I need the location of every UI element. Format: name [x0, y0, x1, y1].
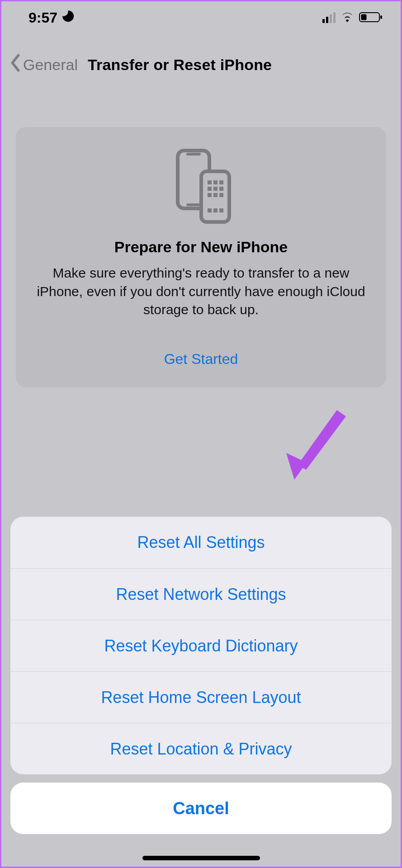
- do-not-disturb-icon: [61, 9, 75, 26]
- cancel-button[interactable]: Cancel: [10, 783, 392, 834]
- page-title: Transfer or Reset iPhone: [88, 56, 272, 74]
- svg-rect-11: [208, 187, 212, 191]
- reset-network-settings-button[interactable]: Reset Network Settings: [10, 568, 392, 620]
- reset-options-group: Reset All Settings Reset Network Setting…: [10, 517, 392, 774]
- back-button[interactable]: General: [9, 54, 78, 75]
- reset-action-sheet: Reset All Settings Reset Network Setting…: [10, 517, 392, 834]
- reset-location-privacy-button[interactable]: Reset Location & Privacy: [10, 723, 392, 774]
- screen: 9:57 General Transfer or Reset iPhone: [0, 0, 402, 868]
- status-bar: 9:57: [1, 1, 401, 34]
- clock: 9:57: [28, 9, 57, 26]
- nav-header: General Transfer or Reset iPhone: [1, 47, 401, 83]
- svg-rect-19: [219, 208, 223, 212]
- devices-icon: [37, 148, 365, 225]
- svg-marker-20: [286, 453, 307, 480]
- svg-rect-14: [208, 193, 212, 197]
- svg-rect-16: [219, 193, 223, 197]
- card-description: Make sure everything's ready to transfer…: [37, 264, 365, 319]
- svg-rect-12: [213, 187, 218, 191]
- status-bar-left: 9:57: [28, 9, 75, 26]
- svg-rect-13: [219, 187, 223, 191]
- svg-rect-2: [380, 15, 382, 19]
- cellular-signal-icon: [322, 12, 336, 23]
- svg-rect-17: [208, 208, 212, 212]
- svg-rect-15: [213, 193, 218, 197]
- svg-rect-1: [361, 14, 367, 20]
- card-title: Prepare for New iPhone: [37, 238, 365, 256]
- wifi-icon: [340, 9, 355, 26]
- annotation-arrow-icon: [286, 410, 350, 484]
- back-label: General: [23, 56, 78, 74]
- reset-home-screen-layout-button[interactable]: Reset Home Screen Layout: [10, 671, 392, 723]
- svg-rect-9: [213, 180, 218, 184]
- svg-rect-18: [213, 208, 218, 212]
- get-started-button[interactable]: Get Started: [37, 351, 365, 368]
- svg-rect-10: [219, 180, 223, 184]
- home-indicator[interactable]: [142, 856, 260, 860]
- battery-icon: [359, 9, 383, 26]
- svg-rect-8: [208, 180, 212, 184]
- reset-all-settings-button[interactable]: Reset All Settings: [10, 517, 392, 568]
- chevron-left-icon: [9, 54, 21, 75]
- svg-marker-21: [298, 410, 346, 470]
- status-bar-right: [322, 9, 383, 26]
- prepare-card: Prepare for New iPhone Make sure everyth…: [16, 127, 386, 387]
- reset-keyboard-dictionary-button[interactable]: Reset Keyboard Dictionary: [10, 620, 392, 671]
